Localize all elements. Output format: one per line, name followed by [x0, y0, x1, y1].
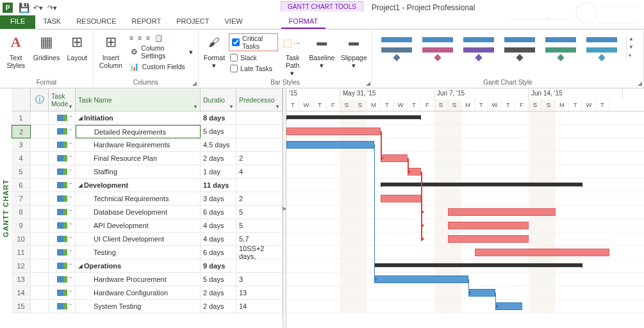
gantt-row[interactable]: [286, 192, 644, 206]
table-row[interactable]: 1◢Initiation8 days: [12, 111, 283, 125]
gantt-body[interactable]: [286, 111, 644, 313]
mode-cell[interactable]: [49, 300, 76, 313]
duration-cell[interactable]: 6 days: [201, 246, 236, 259]
header-predecessors[interactable]: Predecesso▼: [236, 88, 283, 111]
slack-checkbox[interactable]: Slack: [229, 53, 278, 62]
tab-project[interactable]: PROJECT: [169, 15, 217, 29]
critical-tasks-checkbox[interactable]: Critical Tasks: [229, 33, 278, 51]
insert-column-button[interactable]: ⊞Insert Column: [96, 31, 126, 70]
mode-cell[interactable]: [49, 246, 76, 259]
duration-cell[interactable]: 6 days: [201, 206, 236, 219]
info-cell[interactable]: [31, 219, 49, 233]
header-task-name[interactable]: Task Name▼: [76, 88, 201, 111]
info-cell[interactable]: [31, 111, 49, 125]
baseline-button[interactable]: ▬Baseline▾: [307, 31, 338, 70]
duration-cell[interactable]: 4.5 days: [201, 138, 236, 152]
gridlines-button[interactable]: ▦Gridlines: [30, 31, 62, 63]
name-cell[interactable]: Database Development: [76, 206, 201, 219]
name-cell[interactable]: Final Resource Plan: [76, 152, 201, 165]
style-option-1[interactable]: [380, 33, 413, 60]
row-number[interactable]: 5: [12, 165, 31, 179]
task-bar[interactable]: [495, 302, 522, 310]
mode-cell[interactable]: [49, 206, 76, 219]
gantt-row[interactable]: [286, 300, 644, 313]
info-cell[interactable]: [31, 246, 49, 259]
mode-cell[interactable]: [49, 165, 76, 179]
table-row[interactable]: 8Database Development6 days5: [12, 206, 283, 219]
mode-cell[interactable]: [49, 125, 76, 138]
undo-button[interactable]: ↶▾: [31, 1, 44, 14]
row-number[interactable]: 6: [12, 179, 31, 192]
table-row[interactable]: 15System Testing2 days14: [12, 300, 283, 313]
mode-cell[interactable]: [49, 273, 76, 286]
table-row[interactable]: 3Hardware Requirements4.5 days: [12, 138, 283, 152]
name-cell[interactable]: Hardware Configuration: [76, 286, 201, 300]
gantt-row[interactable]: [286, 286, 644, 300]
info-cell[interactable]: [31, 273, 49, 286]
summary-bar[interactable]: [286, 115, 421, 119]
custom-fields-button[interactable]: 📊Custom Fields: [127, 61, 195, 72]
mode-cell[interactable]: [49, 179, 76, 192]
text-styles-button[interactable]: AText Styles: [3, 31, 29, 70]
row-number[interactable]: 2: [12, 125, 31, 138]
mode-cell[interactable]: [49, 219, 76, 233]
info-cell[interactable]: [31, 286, 49, 300]
predecessor-cell[interactable]: 5: [236, 219, 283, 233]
name-cell[interactable]: ◢Initiation: [76, 111, 201, 125]
duration-cell[interactable]: 3 days: [201, 192, 236, 206]
name-cell[interactable]: Staffing: [76, 165, 201, 179]
duration-cell[interactable]: 5 days: [201, 273, 236, 286]
duration-cell[interactable]: 2 days: [201, 300, 236, 313]
predecessor-cell[interactable]: 14: [236, 300, 283, 313]
info-cell[interactable]: [31, 165, 49, 179]
mode-cell[interactable]: [49, 286, 76, 300]
row-number[interactable]: 15: [12, 300, 31, 313]
info-cell[interactable]: [31, 259, 49, 273]
duration-cell[interactable]: 4 days: [201, 219, 236, 233]
table-row[interactable]: 14Hardware Configuration2 days13: [12, 286, 283, 300]
format-barstyles-button[interactable]: 🖌Format▾: [201, 31, 227, 70]
align-buttons[interactable]: ≡ ≡ ≡ 📋: [127, 33, 195, 43]
info-cell[interactable]: [31, 300, 49, 313]
task-bar[interactable]: [448, 208, 556, 216]
mode-cell[interactable]: [49, 138, 76, 152]
slippage-button[interactable]: ▬Slippage▾: [338, 31, 369, 70]
info-cell[interactable]: [31, 179, 49, 192]
row-number[interactable]: 11: [12, 246, 31, 259]
predecessor-cell[interactable]: 5,7: [236, 233, 283, 246]
gallery-dialog-launcher[interactable]: ◢: [638, 80, 642, 86]
row-number[interactable]: 13: [12, 273, 31, 286]
duration-cell[interactable]: 2 days: [201, 286, 236, 300]
name-cell[interactable]: Testing: [76, 246, 201, 259]
row-number[interactable]: 7: [12, 192, 31, 206]
row-number[interactable]: 8: [12, 206, 31, 219]
summary-bar[interactable]: [374, 263, 583, 267]
tab-view[interactable]: VIEW: [217, 15, 250, 29]
duration-cell[interactable]: 5 days: [201, 125, 236, 138]
column-settings-button[interactable]: ⚙Column Settings ▾: [127, 44, 195, 60]
table-row[interactable]: 9API Development4 days5: [12, 219, 283, 233]
name-cell[interactable]: Detailed Requirements: [76, 125, 201, 138]
predecessor-cell[interactable]: [236, 111, 283, 125]
table-row[interactable]: 11Testing6 days10SS+2 days,: [12, 246, 283, 259]
gantt-row[interactable]: [286, 152, 644, 165]
predecessor-cell[interactable]: 3: [236, 273, 283, 286]
gantt-style-gallery[interactable]: ▲▼▾: [375, 31, 641, 63]
duration-cell[interactable]: 2 days: [201, 152, 236, 165]
predecessor-cell[interactable]: [236, 179, 283, 192]
duration-cell[interactable]: 8 days: [201, 111, 236, 125]
header-info[interactable]: ⓘ: [31, 88, 49, 111]
name-cell[interactable]: UI Client Development: [76, 233, 201, 246]
tab-resource[interactable]: RESOURCE: [69, 15, 124, 29]
table-row[interactable]: 6◢Development11 days: [12, 179, 283, 192]
name-cell[interactable]: System Testing: [76, 300, 201, 313]
table-row[interactable]: 2Detailed Requirements5 days: [12, 125, 283, 138]
task-bar[interactable]: [475, 249, 609, 256]
task-bar[interactable]: [448, 235, 529, 243]
layout-button[interactable]: ⊞Layout: [64, 31, 90, 63]
tab-format[interactable]: FORMAT: [281, 15, 326, 29]
columns-dialog-launcher[interactable]: ◢: [192, 80, 197, 86]
predecessor-cell[interactable]: [236, 125, 283, 138]
style-option-4[interactable]: [503, 33, 536, 60]
info-cell[interactable]: [31, 206, 49, 219]
